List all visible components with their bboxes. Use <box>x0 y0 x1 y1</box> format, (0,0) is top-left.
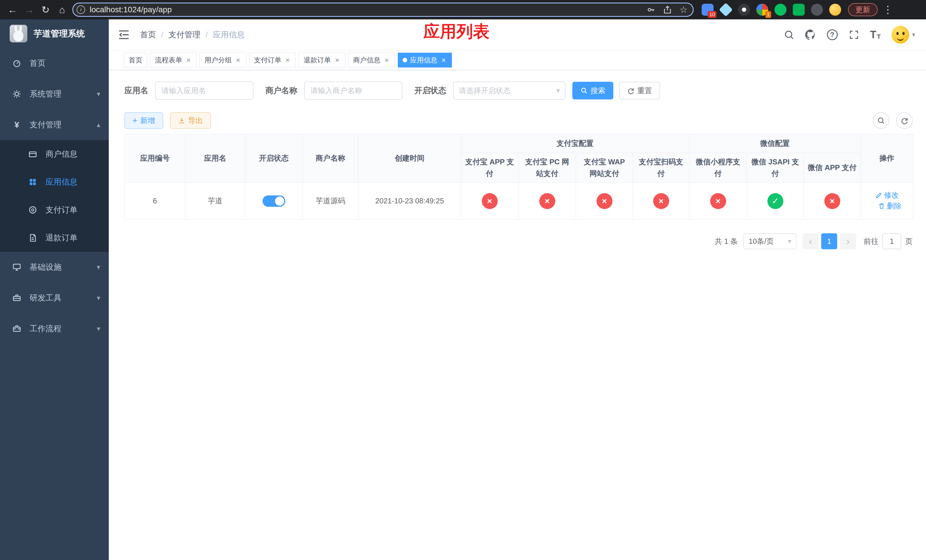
order-icon <box>27 205 38 215</box>
navbar: 首页 / 支付管理 / 应用信息 应用列表 ? TT <box>109 20 926 50</box>
table-refresh-button[interactable] <box>896 112 912 129</box>
app-table: 应用编号 应用名 开启状态 商户名称 创建时间 支付宝配置 微信配置 操作 支付… <box>124 134 913 219</box>
sidebar-item-refund-orders[interactable]: 退款订单 <box>0 224 109 252</box>
extension-icon-4[interactable]: 1 <box>756 4 768 16</box>
close-icon[interactable]: × <box>185 56 192 64</box>
col-header-status: 开启状态 <box>245 134 303 183</box>
tab-home[interactable]: 首页 <box>124 53 147 68</box>
browser-update-button[interactable]: 更新 <box>848 3 878 16</box>
close-icon[interactable]: × <box>334 56 340 64</box>
table-row: 6 芋道 芋道源码 2021-10-23 08:49:25 × × × × × <box>125 183 913 219</box>
sidebar-fold-icon[interactable] <box>117 28 130 41</box>
tab-process-form[interactable]: 流程表单 × <box>150 53 197 68</box>
browser-menu-icon[interactable]: ⋮ <box>878 4 897 16</box>
breadcrumb-home[interactable]: 首页 <box>140 29 156 40</box>
close-icon[interactable]: × <box>235 56 242 64</box>
sidebar-item-payment[interactable]: ¥ 支付管理 ▴ <box>0 109 109 140</box>
extension-icon-1[interactable]: 10 <box>702 4 714 16</box>
status-toggle[interactable] <box>263 195 285 207</box>
status-badge: ✓ <box>767 193 783 209</box>
user-menu[interactable]: ▾ <box>891 26 915 44</box>
cell-wechat-jsapi: ✓ <box>747 183 804 219</box>
sidebar-item-workflow[interactable]: 工作流程 ▾ <box>0 313 109 344</box>
sidebar-item-pay-orders[interactable]: 支付订单 <box>0 196 109 224</box>
browser-home-icon[interactable]: ⌂ <box>54 2 70 17</box>
extension-icon-6[interactable] <box>793 4 805 16</box>
merchant-name-input[interactable] <box>304 82 402 100</box>
navbar-actions: ? TT ▾ <box>784 26 915 44</box>
breadcrumb-payment[interactable]: 支付管理 <box>169 29 200 40</box>
sidebar-item-app-info[interactable]: 应用信息 <box>0 168 109 196</box>
tab-app-info[interactable]: 应用信息 × <box>398 53 452 68</box>
table-search-toggle-button[interactable] <box>873 112 889 129</box>
fullscreen-icon[interactable] <box>849 29 859 40</box>
search-icon <box>877 117 885 124</box>
extension-icon-2[interactable] <box>719 3 733 17</box>
chevron-down-icon: ▾ <box>97 90 100 98</box>
sidebar-item-dev-tools[interactable]: 研发工具 ▾ <box>0 283 109 313</box>
sidebar-item-infrastructure[interactable]: 基础设施 ▾ <box>0 252 109 283</box>
search-icon[interactable] <box>784 29 794 40</box>
prev-page-button[interactable]: ‹ <box>802 233 819 249</box>
toolbox-icon <box>11 294 22 303</box>
export-button[interactable]: 导出 <box>170 112 211 129</box>
refresh-icon <box>627 87 634 94</box>
tab-merchant-info[interactable]: 商户信息 × <box>348 53 395 68</box>
tags-bar: 首页 流程表单 × 用户分组 × 支付订单 × 退款订单 × 商户信息 × <box>109 50 926 70</box>
github-icon[interactable] <box>805 29 816 40</box>
extension-icon-3[interactable] <box>738 4 750 16</box>
tab-pay-orders[interactable]: 支付订单 × <box>249 53 296 68</box>
sidebar-item-home[interactable]: 首页 <box>0 48 109 79</box>
delete-link[interactable]: 删除 <box>878 201 902 211</box>
extension-icon-8[interactable] <box>829 4 841 16</box>
password-key-icon[interactable] <box>646 5 655 14</box>
page-number-button[interactable]: 1 <box>821 233 837 249</box>
sidebar: 芋道管理系统 首页 系统管理 ▾ ¥ 支付管理 ▴ 商户信息 <box>0 20 109 560</box>
tab-user-group[interactable]: 用户分组 × <box>200 53 246 68</box>
goto-page-input[interactable] <box>882 233 901 249</box>
search-button[interactable]: 搜索 <box>572 82 613 100</box>
reset-button[interactable]: 重置 <box>619 82 660 100</box>
chevron-down-icon: ▾ <box>788 237 791 245</box>
browser-reload-icon[interactable]: ↻ <box>38 2 53 17</box>
sidebar-item-merchant-info[interactable]: 商户信息 <box>0 140 109 168</box>
edit-link[interactable]: 修改 <box>875 190 899 200</box>
site-info-icon[interactable]: i <box>77 5 85 14</box>
extension-icon-5[interactable] <box>775 4 787 16</box>
col-header-merchant: 商户名称 <box>303 134 359 183</box>
extension-icon-7[interactable] <box>811 4 823 16</box>
breadcrumb-current: 应用信息 <box>213 29 245 40</box>
bookmark-star-icon[interactable]: ☆ <box>679 5 688 14</box>
merchant-name-label: 商户名称 <box>265 85 297 96</box>
close-icon[interactable]: × <box>284 56 291 64</box>
chevron-down-icon: ▾ <box>97 325 100 333</box>
avatar[interactable] <box>891 26 909 44</box>
col-header-wechat-app: 微信 APP 支付 <box>804 153 861 183</box>
tab-refund-orders[interactable]: 退款订单 × <box>299 53 345 68</box>
add-button[interactable]: + 新增 <box>124 112 163 129</box>
font-size-icon[interactable]: TT <box>870 30 881 40</box>
col-header-wechat-mini: 微信小程序支付 <box>689 153 747 183</box>
extensions-area: 10 1 <box>702 4 841 16</box>
address-bar[interactable]: i localhost:1024/pay/app ☆ <box>72 3 694 17</box>
close-icon[interactable]: × <box>440 56 447 64</box>
share-icon[interactable] <box>663 5 672 14</box>
cell-operations: 修改 删除 <box>861 183 913 219</box>
chevron-down-icon: ▾ <box>912 31 915 38</box>
page-size-select[interactable]: 10条/页 ▾ <box>743 233 796 249</box>
help-icon[interactable]: ? <box>827 29 838 40</box>
group-header-wechat: 微信配置 <box>689 134 861 153</box>
close-icon[interactable]: × <box>383 56 390 64</box>
status-badge: × <box>653 193 669 209</box>
app-name-input[interactable] <box>155 82 253 100</box>
cell-app-name: 芋道 <box>185 183 245 219</box>
pencil-icon <box>875 192 882 199</box>
browser-back-icon[interactable]: ← <box>5 2 20 17</box>
sidebar-item-system[interactable]: 系统管理 ▾ <box>0 79 109 109</box>
cell-wechat-mini: × <box>689 183 747 219</box>
next-page-button[interactable]: › <box>840 233 856 249</box>
status-select[interactable]: 请选择开启状态 ▾ <box>453 82 566 100</box>
page-content: 应用名 商户名称 开启状态 请选择开启状态 ▾ 搜索 重置 <box>109 70 926 560</box>
browser-forward-icon[interactable]: → <box>22 2 36 17</box>
refresh-icon <box>900 117 908 124</box>
